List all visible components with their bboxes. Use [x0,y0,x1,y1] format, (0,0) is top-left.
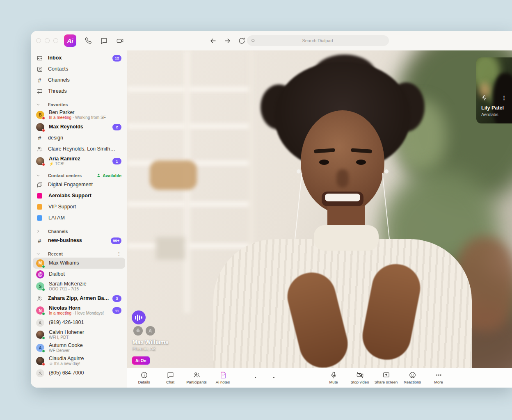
phone-icon[interactable] [83,36,92,45]
recent-group-zahara-armen[interactable]: Zahara Zipp, Armen Ba… 3 [31,293,127,304]
recent-dialbot[interactable]: @ Dialbot [31,269,127,280]
search-input[interactable] [256,35,389,46]
avatar: B [36,111,44,119]
participants-icon [193,371,201,379]
unread-badge: 11 [112,307,121,314]
contacts-icon [36,66,43,73]
channels-section-header[interactable]: Channels [31,227,127,235]
chevron-down-icon [36,252,43,256]
mic-icon[interactable] [481,95,487,101]
recent-phone-805[interactable]: (805) 684-7000 [31,368,127,379]
avatar [36,123,44,131]
recent-nicolas-horn[interactable]: N Nicolas Horn In a meeting · I love Mon… [31,304,127,317]
search-icon [251,38,256,43]
channel-new-business[interactable]: # new-business 99+ [31,235,127,246]
favorite-group-claire-lori[interactable]: Claire Reynolds, Lori Smith… [31,144,127,155]
avatar: N [36,306,44,315]
recent-phone-919[interactable]: (919) 426-1801 [31,317,127,328]
refresh-icon[interactable] [237,36,246,45]
unread-badge: 99+ [111,237,121,244]
favorite-ben-parker[interactable]: B Ben Parker In a meeting · Working from… [31,108,127,121]
participant-video-max-williams [232,62,453,368]
avatar [36,331,44,339]
ai-on-badge[interactable]: Ai On [132,356,150,365]
person-icon [36,319,44,327]
avatar: A [36,344,44,352]
favorite-max-reynolds[interactable]: Max Reynolds 2 [31,121,127,132]
details-button[interactable]: Details [131,368,157,388]
digital-engagement-icon [36,181,43,188]
mute-button[interactable]: Mute [320,368,347,388]
speaking-indicator-icon [132,310,146,324]
hash-icon: # [36,77,43,84]
stop-video-button[interactable]: Stop video [347,368,373,388]
avatar: S [36,282,44,290]
reactions-button[interactable]: Reactions [399,368,425,388]
avatar [36,357,44,365]
smiley-icon [409,371,416,379]
sidebar: Inbox 12 Contacts # Channels Threads Fav… [31,50,127,388]
window-minimize-button[interactable] [45,38,50,43]
recent-section-header[interactable]: Recent ⋮ [31,250,127,258]
pip-options-icon[interactable]: ⋮ [501,95,507,100]
pip-participant-company: Aerolabs [481,112,498,117]
unread-badge: 3 [112,295,121,302]
chat-button[interactable]: Chat [157,368,183,388]
participant-status-icon[interactable] [146,326,155,336]
share-screen-button[interactable]: Share screen [373,368,399,388]
recent-claudia-aguirre[interactable]: Claudia Aguirre ☺ It's a new day! [31,354,127,368]
mic-status-icon[interactable] [133,326,143,336]
recent-sarah-mckenzie[interactable]: S Sarah McKenzie OOO 7/11 - 7/15 [31,280,127,293]
speaker-name: Max Williams [133,339,169,345]
sidebar-item-inbox[interactable]: Inbox 12 [31,52,127,64]
contact-center-vip-support[interactable]: VIP Support [31,201,127,212]
video-off-icon [356,371,364,379]
avatar [36,157,44,165]
contact-center-aerolabs-support[interactable]: Aerolabs Support [31,190,127,201]
window-zoom-button[interactable] [53,38,58,43]
window-controls[interactable] [36,38,58,43]
aerolabs-color-swatch [37,193,42,199]
chevron-down-icon [36,173,43,178]
mic-icon [330,371,338,379]
more-button[interactable]: More [425,368,452,388]
dialpad-ai-logo: Ai [64,34,76,47]
contact-center-digital-engagement[interactable]: Digital Engagement [31,179,127,190]
video-feed: Max Williams Pheonix, AZ Ai On ⋮ Lily Pa… [127,50,512,368]
avatar: M [36,259,44,267]
inbox-icon [36,55,43,62]
vip-color-swatch [37,204,42,210]
sidebar-item-channels[interactable]: # Channels [31,75,127,86]
group-icon [36,146,43,153]
search-bar[interactable] [247,35,389,46]
contact-center-latam[interactable]: LATAM [31,212,127,224]
favorite-design-channel[interactable]: # design [31,132,127,144]
share-screen-icon [382,371,390,379]
group-icon [36,295,43,302]
participants-button[interactable]: Participants [183,368,210,388]
app-window: Ai Inbox 12 [31,31,512,388]
contact-centers-section-header[interactable]: Contact centers Available [31,171,127,179]
back-arrow-icon[interactable] [208,36,217,45]
chat-icon [167,371,174,379]
speaker-location: Pheonix, AZ [133,346,156,351]
threads-icon [36,88,43,95]
favorites-section-header[interactable]: Favorites [31,100,127,108]
sidebar-item-contacts[interactable]: Contacts [31,64,127,75]
sidebar-item-threads[interactable]: Threads [31,86,127,97]
favorite-aria-ramirez[interactable]: Aria Ramirez ⚡ TCB! 1 [31,155,127,168]
recent-autumn-cooke[interactable]: A Autumn Cooke WF Denver [31,341,127,354]
recent-options-icon[interactable]: ⋮ [117,251,121,256]
window-close-button[interactable] [36,38,41,43]
forward-arrow-icon[interactable] [223,36,232,45]
ai-notes-button[interactable]: Ai notes [210,368,236,388]
meeting-area: Max Williams Pheonix, AZ Ai On ⋮ Lily Pa… [127,50,512,388]
video-meetings-icon[interactable] [115,36,124,45]
messages-icon[interactable] [99,36,108,45]
recent-calvin-hohener[interactable]: Calvin Hohener WFH, PDT [31,328,127,341]
pip-tile-lily-patel[interactable]: ⋮ Lily Patel Aerolabs [476,57,512,123]
availability-status[interactable]: Available [96,173,121,178]
recent-max-williams[interactable]: M Max Williams [33,258,125,269]
latam-color-swatch [37,215,42,221]
toolbar-separator-dot [255,377,256,378]
